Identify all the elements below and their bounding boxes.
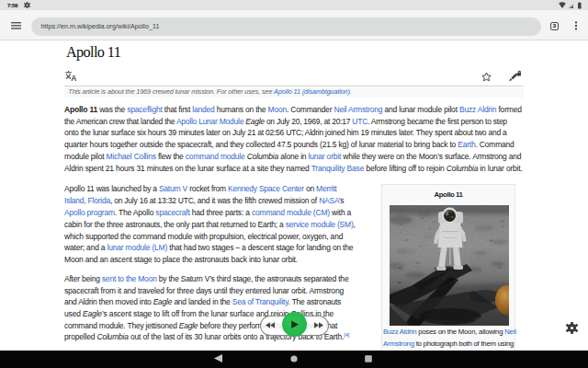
svg-text:A: A — [71, 74, 76, 82]
